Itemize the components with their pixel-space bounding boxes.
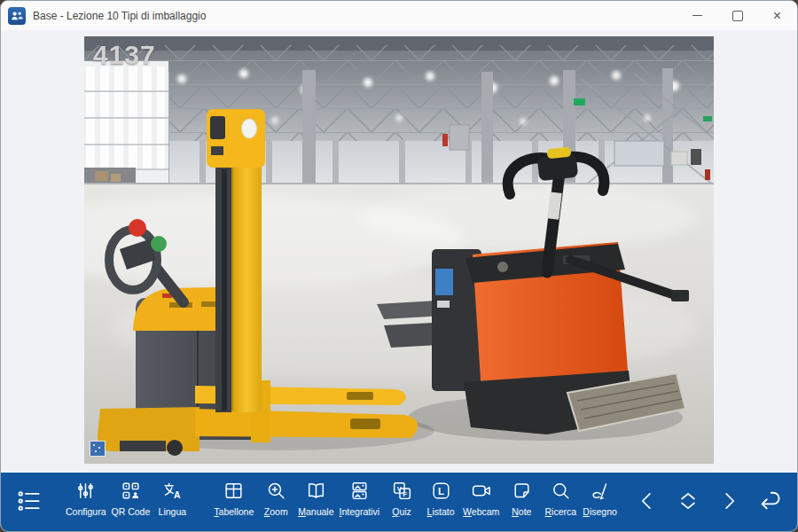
- lesson-photo: 4137: [84, 36, 714, 464]
- toolbar-label: Integrativi: [340, 506, 380, 517]
- svg-text:F: F: [403, 490, 407, 498]
- toolbar-button-note[interactable]: Note: [502, 473, 541, 531]
- previous-button[interactable]: [633, 487, 661, 518]
- toolbar-button-listato[interactable]: L Listato: [421, 473, 460, 531]
- toolbar-button-tabellone[interactable]: Tabellone: [211, 473, 256, 531]
- toolbar-button-disegno[interactable]: Disegno: [580, 473, 620, 531]
- chevron-left-icon: [635, 489, 660, 516]
- svg-text:L: L: [438, 486, 444, 497]
- toolbar-button-quiz[interactable]: V F Quiz: [382, 473, 421, 531]
- scroll-button[interactable]: [673, 486, 703, 519]
- toolbar-label: Webcam: [463, 506, 499, 517]
- webcam-icon: [470, 479, 493, 503]
- close-button[interactable]: ×: [757, 1, 797, 30]
- table-grid-icon: [223, 479, 245, 503]
- stacker-stop-button: [129, 219, 146, 237]
- minimize-icon: [692, 15, 702, 16]
- bullet-list-icon: [15, 488, 43, 517]
- return-arrow-icon: [756, 487, 785, 518]
- return-button[interactable]: [755, 485, 786, 520]
- stacked-images-icon: [348, 479, 371, 503]
- photo-number: 4137: [93, 40, 156, 70]
- toolbar-tools: Configura: [63, 473, 620, 531]
- note-icon: [511, 479, 533, 503]
- toolbar-button-integrativi[interactable]: Integrativi: [337, 473, 383, 531]
- toolbar-navigation: [633, 473, 790, 531]
- zoom-in-icon: [265, 479, 287, 503]
- blue-stamp-icon: [90, 441, 106, 457]
- open-book-icon: [305, 479, 327, 503]
- sliders-icon: [74, 479, 97, 503]
- toolbar-label: Zoom: [264, 506, 288, 517]
- search-icon: [550, 479, 572, 503]
- bottom-toolbar: Configura: [1, 473, 797, 531]
- qr-code-icon: [120, 479, 142, 503]
- exit-sign: [574, 98, 585, 106]
- toolbar-label: Quiz: [392, 506, 411, 517]
- toolbar-label: Configura: [66, 506, 106, 517]
- svg-text:A: A: [174, 490, 181, 500]
- maximize-button[interactable]: [717, 1, 757, 30]
- toolbar-label: Ricerca: [545, 506, 577, 517]
- chevron-up-down-icon: [675, 488, 701, 517]
- list-l-icon: L: [430, 479, 452, 503]
- toolbar-button-qr-code[interactable]: QR Code: [109, 473, 153, 531]
- close-icon: ×: [773, 9, 781, 23]
- toolbar-label: Disegno: [583, 506, 617, 517]
- toolbar-label: Manuale: [298, 506, 333, 517]
- maximize-icon: [732, 11, 743, 21]
- toolbar-button-zoom[interactable]: Zoom: [256, 473, 295, 531]
- chevron-right-icon: [716, 489, 741, 516]
- toolbar-button-webcam[interactable]: Webcam: [460, 473, 502, 531]
- lesson-content: 4137: [1, 30, 797, 473]
- titlebar: Base - Lezione 10 Tipi di imballaggio ×: [1, 1, 797, 30]
- warehouse-scene: [84, 36, 714, 464]
- window-controls: ×: [677, 1, 797, 30]
- ceiling-trusses: [84, 36, 714, 153]
- toolbar-label: QR Code: [112, 506, 151, 517]
- translate-icon: A: [161, 479, 184, 503]
- toolbar-label: Tabellone: [214, 506, 254, 517]
- users-icon: [8, 7, 26, 25]
- toolbar-label: Lingua: [159, 506, 187, 517]
- window-title: Base - Lezione 10 Tipi di imballaggio: [33, 10, 206, 22]
- menu-button[interactable]: [10, 473, 49, 531]
- blue-sticker: [435, 269, 453, 295]
- toolbar-button-manuale[interactable]: Manuale: [295, 473, 336, 531]
- toolbar-label: Note: [512, 506, 531, 517]
- toolbar-button-configura[interactable]: Configura: [63, 473, 109, 531]
- toolbar-button-lingua[interactable]: A Lingua: [153, 473, 192, 531]
- next-button[interactable]: [715, 487, 743, 518]
- stacker-green-button: [151, 236, 167, 252]
- toolbar-button-ricerca[interactable]: Ricerca: [541, 473, 580, 531]
- minimize-button[interactable]: [677, 1, 717, 30]
- app-window: Base - Lezione 10 Tipi di imballaggio ×: [0, 0, 798, 532]
- true-false-icon: V F: [391, 479, 413, 503]
- toolbar-label: Listato: [427, 506, 455, 517]
- pen-icon: [589, 479, 611, 503]
